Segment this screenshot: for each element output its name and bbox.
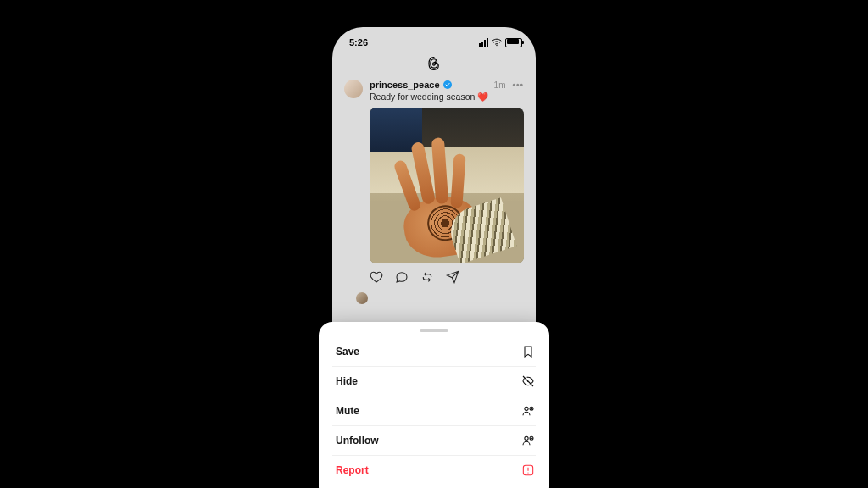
eye-off-icon [520, 374, 536, 389]
avatar[interactable] [344, 80, 363, 98]
post-caption: Ready for wedding season ❤️ [370, 92, 524, 103]
verified-badge-icon [443, 80, 452, 89]
post-actions [344, 263, 524, 291]
sheet-report[interactable]: Report [332, 456, 536, 485]
cellular-icon [479, 38, 488, 47]
sheet-mute[interactable]: Mute [332, 396, 536, 426]
status-bar: 5:26 [332, 27, 536, 51]
stage: 5:26 princess_peace [0, 0, 868, 488]
sheet-report-label: Report [332, 464, 369, 476]
username[interactable]: princess_peace [370, 80, 440, 90]
sheet-unfollow-label: Unfollow [332, 435, 379, 446]
status-indicators [479, 37, 522, 47]
sheet-hide-label: Hide [332, 375, 358, 387]
sheet-save-label: Save [332, 346, 359, 358]
svg-point-3 [525, 436, 528, 440]
svg-point-6 [527, 472, 528, 473]
svg-point-0 [496, 45, 497, 46]
sheet-save[interactable]: Save [332, 337, 536, 367]
user-unfollow-icon [520, 433, 536, 448]
repost-icon[interactable] [420, 270, 434, 287]
post-image[interactable] [370, 108, 524, 263]
sheet-grabber[interactable] [420, 329, 448, 332]
sheet-unfollow[interactable]: Unfollow [332, 426, 536, 456]
share-icon[interactable] [446, 270, 459, 287]
svg-point-1 [525, 407, 528, 410]
more-options-button[interactable]: ••• [512, 80, 524, 90]
post: princess_peace 1m ••• Ready for wedding … [332, 80, 536, 304]
battery-icon [505, 38, 522, 47]
user-mute-icon [520, 403, 536, 419]
comment-icon[interactable] [395, 270, 409, 287]
sheet-mute-label: Mute [332, 405, 359, 417]
bookmark-icon [520, 344, 536, 359]
sheet-hide[interactable]: Hide [332, 367, 536, 396]
action-sheet: Save Hide Mute Unfollow Report [319, 322, 549, 488]
like-icon[interactable] [370, 270, 383, 287]
reply-avatar [356, 292, 368, 304]
threads-logo [332, 51, 536, 80]
wifi-icon [492, 37, 502, 47]
status-time: 5:26 [349, 37, 368, 47]
alert-icon [520, 463, 536, 478]
post-timestamp: 1m [494, 80, 506, 90]
